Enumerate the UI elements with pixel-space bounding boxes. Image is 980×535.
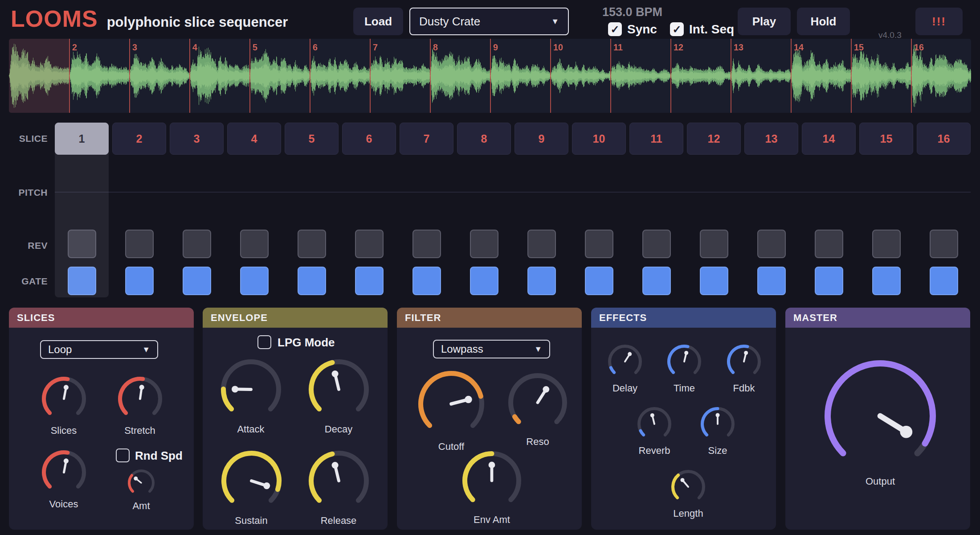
gate-toggle-14[interactable] bbox=[815, 267, 843, 295]
toggle-cell bbox=[744, 265, 798, 297]
pitch-zero-line[interactable] bbox=[55, 192, 971, 193]
knob-dial bbox=[667, 344, 702, 379]
preset-select[interactable]: Dusty Crate ▼ bbox=[409, 8, 569, 35]
rev-toggle-4[interactable] bbox=[240, 230, 269, 258]
toggle-cell bbox=[285, 228, 339, 259]
slice-step-button-11[interactable]: 11 bbox=[629, 123, 683, 155]
slices-knob[interactable]: Slices bbox=[41, 376, 86, 421]
env-amt-knob[interactable]: Env Amt bbox=[462, 451, 522, 510]
gate-toggle-15[interactable] bbox=[872, 267, 901, 295]
rev-toggle-13[interactable] bbox=[757, 230, 786, 258]
rev-toggle-16[interactable] bbox=[930, 230, 958, 258]
size-knob[interactable]: Size bbox=[700, 407, 735, 441]
knob-dial bbox=[637, 407, 672, 441]
rev-toggle-3[interactable] bbox=[183, 230, 211, 258]
int-seq-label: Int. Seq bbox=[689, 22, 734, 37]
amt-knob[interactable]: Amt bbox=[127, 469, 155, 497]
waveform-display[interactable] bbox=[9, 39, 971, 113]
fdbk-knob[interactable]: Fdbk bbox=[727, 344, 761, 379]
slice-step-button-13[interactable]: 13 bbox=[744, 123, 798, 155]
slice-step-button-16[interactable]: 16 bbox=[917, 123, 971, 155]
toggle-cell bbox=[687, 265, 741, 297]
gate-toggle-12[interactable] bbox=[700, 267, 728, 295]
hold-button[interactable]: Hold bbox=[797, 8, 850, 35]
stretch-knob[interactable]: Stretch bbox=[118, 376, 163, 421]
slice-step-button-9[interactable]: 9 bbox=[514, 123, 568, 155]
master-panel-title: MASTER bbox=[785, 308, 970, 328]
lpg-mode-checkbox[interactable] bbox=[257, 335, 271, 349]
load-button[interactable]: Load bbox=[353, 8, 403, 35]
slice-mode-select[interactable]: Loop ▼ bbox=[40, 340, 158, 359]
gate-toggle-13[interactable] bbox=[757, 267, 786, 295]
slice-step-button-1[interactable]: 1 bbox=[55, 123, 109, 155]
cutoff-knob[interactable]: Cutoff bbox=[418, 370, 485, 437]
rnd-spd-checkbox[interactable] bbox=[116, 449, 130, 462]
slice-step-button-6[interactable]: 6 bbox=[342, 123, 396, 155]
rev-toggle-10[interactable] bbox=[585, 230, 613, 258]
knob-label: Env Amt bbox=[474, 514, 510, 526]
rev-toggle-14[interactable] bbox=[815, 230, 843, 258]
gate-toggle-3[interactable] bbox=[183, 267, 211, 295]
rev-toggle-7[interactable] bbox=[412, 230, 441, 258]
knob-dial bbox=[118, 376, 163, 421]
rev-toggle-6[interactable] bbox=[355, 230, 384, 258]
slice-step-button-14[interactable]: 14 bbox=[802, 123, 856, 155]
rev-toggle-12[interactable] bbox=[700, 230, 728, 258]
slice-step-button-12[interactable]: 12 bbox=[687, 123, 741, 155]
app-header: LOOMS polyphonic slice sequencer bbox=[11, 5, 288, 32]
output-knob[interactable]: Output bbox=[824, 360, 936, 472]
slice-step-button-3[interactable]: 3 bbox=[170, 123, 224, 155]
time-knob[interactable]: Time bbox=[667, 344, 702, 379]
gate-toggle-4[interactable] bbox=[240, 267, 269, 295]
knob-dial bbox=[608, 344, 642, 379]
slice-step-button-4[interactable]: 4 bbox=[227, 123, 281, 155]
rev-toggle-9[interactable] bbox=[527, 230, 556, 258]
rev-toggle-15[interactable] bbox=[872, 230, 901, 258]
delay-knob[interactable]: Delay bbox=[608, 344, 642, 379]
gate-toggle-7[interactable] bbox=[412, 267, 441, 295]
rev-toggle-5[interactable] bbox=[298, 230, 326, 258]
reso-knob[interactable]: Reso bbox=[508, 373, 568, 432]
play-button[interactable]: Play bbox=[738, 8, 791, 35]
sync-checkbox[interactable]: ✓ bbox=[608, 22, 622, 36]
knob-label: Release bbox=[321, 515, 357, 527]
gate-toggle-2[interactable] bbox=[125, 267, 154, 295]
sustain-knob[interactable]: Sustain bbox=[221, 450, 282, 511]
gate-toggle-6[interactable] bbox=[355, 267, 384, 295]
attack-knob[interactable]: Attack bbox=[220, 359, 282, 420]
length-knob[interactable]: Length bbox=[671, 469, 706, 504]
slice-step-button-2[interactable]: 2 bbox=[112, 123, 166, 155]
gate-toggle-5[interactable] bbox=[298, 267, 326, 295]
gate-toggle-8[interactable] bbox=[470, 267, 498, 295]
int-seq-checkbox[interactable]: ✓ bbox=[670, 22, 684, 36]
toggle-cell bbox=[55, 228, 109, 259]
rev-toggle-1[interactable] bbox=[68, 230, 96, 258]
toggle-cell bbox=[744, 228, 798, 259]
filter-type-select[interactable]: Lowpass ▼ bbox=[433, 340, 550, 358]
gate-toggle-9[interactable] bbox=[527, 267, 556, 295]
slice-step-button-5[interactable]: 5 bbox=[285, 123, 339, 155]
gate-toggle-16[interactable] bbox=[930, 267, 958, 295]
slice-step-button-15[interactable]: 15 bbox=[859, 123, 913, 155]
decay-knob[interactable]: Decay bbox=[308, 359, 369, 420]
voices-knob[interactable]: Voices bbox=[41, 450, 86, 495]
toggle-cell bbox=[342, 265, 396, 297]
filter-panel-title: FILTER bbox=[397, 308, 582, 328]
slice-step-button-8[interactable]: 8 bbox=[457, 123, 511, 155]
knob-label: Voices bbox=[49, 498, 78, 510]
app-window: LOOMS polyphonic slice sequencer Load Du… bbox=[0, 0, 980, 535]
reverb-knob[interactable]: Reverb bbox=[637, 407, 672, 441]
rev-toggle-2[interactable] bbox=[125, 230, 154, 258]
envelope-panel-title: ENVELOPE bbox=[203, 308, 388, 328]
gate-toggle-11[interactable] bbox=[642, 267, 671, 295]
rev-toggle-8[interactable] bbox=[470, 230, 498, 258]
panic-button[interactable]: !!! bbox=[915, 8, 963, 35]
knob-dial bbox=[418, 370, 485, 437]
gate-toggle-1[interactable] bbox=[68, 267, 96, 295]
slice-step-button-10[interactable]: 10 bbox=[572, 123, 626, 155]
knob-dial bbox=[462, 451, 522, 510]
gate-toggle-10[interactable] bbox=[585, 267, 613, 295]
release-knob[interactable]: Release bbox=[308, 450, 369, 511]
rev-toggle-11[interactable] bbox=[642, 230, 671, 258]
slice-step-button-7[interactable]: 7 bbox=[400, 123, 453, 155]
